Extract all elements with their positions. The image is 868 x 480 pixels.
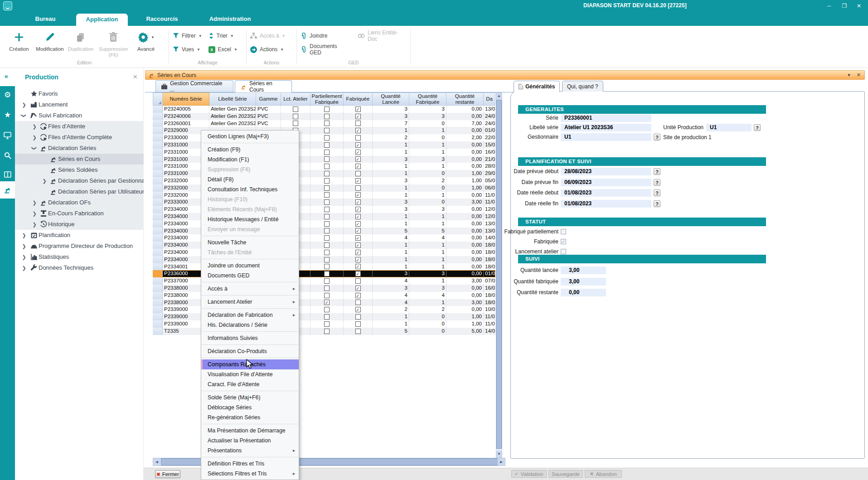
row-selector[interactable]: [153, 256, 163, 263]
chevron-right-icon[interactable]: ❯: [21, 99, 27, 110]
unchecked-checkbox-icon[interactable]: [324, 199, 330, 205]
help-button[interactable]: ?: [754, 124, 761, 131]
context-menu-item[interactable]: His. Déclarations / Série: [201, 320, 299, 330]
unchecked-checkbox-icon[interactable]: [324, 286, 330, 291]
actions-button[interactable]: ➜ Actions ▼: [250, 45, 286, 54]
trier-button[interactable]: Trier ▼: [209, 31, 238, 40]
context-menu-item[interactable]: Informations Suivies: [201, 333, 299, 343]
context-menu-item[interactable]: Accès à▸: [201, 284, 299, 294]
collapse-sidebar-button[interactable]: «: [5, 73, 7, 80]
help-button[interactable]: ?: [654, 179, 660, 186]
unchecked-checkbox-icon[interactable]: [324, 156, 330, 162]
unchecked-checkbox-icon[interactable]: [355, 185, 361, 191]
scroll-right-icon[interactable]: ►: [498, 458, 505, 465]
sauvegarde-button[interactable]: Sauvegarde: [548, 470, 583, 478]
fermer-button[interactable]: ✖ Fermer: [155, 470, 180, 478]
checked-checkbox-icon[interactable]: ✓: [324, 300, 330, 305]
chevron-right-icon[interactable]: ❯: [32, 208, 37, 219]
unchecked-checkbox-icon[interactable]: [324, 164, 330, 169]
unchecked-checkbox-icon[interactable]: [355, 329, 361, 334]
scroll-down-icon[interactable]: ▼: [496, 451, 502, 457]
checked-checkbox-icon[interactable]: ✓: [355, 107, 361, 112]
checked-checkbox-icon[interactable]: ✓: [355, 128, 361, 133]
unchecked-checkbox-icon[interactable]: [324, 207, 330, 212]
row-selector[interactable]: [153, 127, 163, 134]
checked-checkbox-icon[interactable]: ✓: [355, 156, 361, 162]
scroll-up-icon[interactable]: ▲: [496, 93, 502, 99]
vertical-scroll-thumb[interactable]: [496, 100, 502, 449]
tree-item[interactable]: ❯Déclaration Séries: [15, 143, 144, 154]
chevron-right-icon[interactable]: ❯: [21, 241, 27, 252]
chevron-right-icon[interactable]: ❯: [32, 197, 37, 208]
checked-checkbox-icon[interactable]: ✓: [355, 207, 361, 212]
creation-button[interactable]: Création: [4, 28, 34, 52]
checked-checkbox-icon[interactable]: ✓: [355, 228, 361, 233]
context-menu-item[interactable]: Lancement Atelier▸: [201, 297, 299, 307]
planif-date-field[interactable]: 06/09/2023: [561, 179, 651, 186]
context-menu-item[interactable]: Solde Série (Maj+F6): [201, 393, 299, 402]
tree-item[interactable]: ❯Programme Directeur de Production: [15, 241, 144, 252]
tree-item[interactable]: ❯Lancement: [15, 99, 144, 110]
mdi-close-icon[interactable]: ✕: [857, 72, 861, 78]
tree-item[interactable]: ❯Données Techniques: [15, 262, 144, 273]
unchecked-checkbox-icon[interactable]: [561, 229, 566, 234]
row-selector[interactable]: [153, 313, 163, 320]
column-header[interactable]: Libellé Série: [209, 92, 256, 106]
suppression-button[interactable]: Suppression (F6): [96, 28, 131, 58]
unchecked-checkbox-icon[interactable]: [324, 214, 330, 219]
avance-button[interactable]: ▼ Avancé: [131, 28, 161, 52]
row-selector[interactable]: [153, 106, 163, 113]
help-button[interactable]: ?: [654, 200, 660, 207]
tree-item[interactable]: Déclaration Séries par Utilisateur: [15, 186, 144, 197]
unchecked-checkbox-icon[interactable]: [324, 107, 330, 112]
suivi-qty-field[interactable]: 3,00: [561, 267, 606, 274]
sidebar-close-icon[interactable]: ✕: [133, 73, 138, 80]
unchecked-checkbox-icon[interactable]: [355, 321, 361, 327]
unchecked-checkbox-icon[interactable]: [324, 150, 330, 155]
tab-series-en-cours[interactable]: Séries en Cours: [235, 80, 292, 92]
row-selector[interactable]: [153, 320, 163, 328]
row-selector[interactable]: [153, 120, 163, 127]
chevron-right-icon[interactable]: ❯: [42, 175, 47, 186]
libelle-serie-field[interactable]: Atelier U1 2023S36: [561, 124, 651, 131]
favorites-star-icon[interactable]: ★: [0, 107, 15, 122]
context-menu-item[interactable]: Eléments Récents (Maj+F8): [201, 204, 299, 214]
row-selector[interactable]: [153, 199, 163, 206]
context-menu-item[interactable]: Déblocage Séries: [201, 402, 299, 412]
context-menu-item[interactable]: Nouvelle Tâche: [201, 238, 299, 247]
column-header[interactable]: Fabriquée: [344, 92, 373, 106]
checked-checkbox-icon[interactable]: ✓: [561, 239, 566, 244]
unchecked-checkbox-icon[interactable]: [355, 300, 361, 305]
checked-checkbox-icon[interactable]: ✓: [355, 164, 361, 169]
context-menu-item[interactable]: Historique (F10): [201, 194, 299, 204]
context-menu-item[interactable]: Historique Messages / Entité: [201, 214, 299, 224]
unchecked-checkbox-icon[interactable]: [324, 264, 330, 269]
menu-administration[interactable]: Administration: [204, 12, 256, 26]
menu-bureau[interactable]: Bureau: [25, 12, 66, 26]
joindre-button[interactable]: Joindre: [301, 31, 349, 40]
context-menu-item[interactable]: Modification (F1): [201, 155, 299, 165]
unchecked-checkbox-icon[interactable]: [293, 114, 298, 119]
vues-button[interactable]: Vues ▼: [173, 45, 202, 54]
unchecked-checkbox-icon[interactable]: [355, 171, 361, 176]
unchecked-checkbox-icon[interactable]: [324, 329, 330, 334]
column-header[interactable]: Da: [484, 92, 495, 106]
row-selector[interactable]: [153, 156, 163, 163]
unchecked-checkbox-icon[interactable]: [324, 250, 330, 255]
column-header[interactable]: Lct. Atelier: [281, 92, 310, 106]
checked-checkbox-icon[interactable]: ✓: [355, 293, 361, 298]
unchecked-checkbox-icon[interactable]: [324, 185, 330, 191]
table-row[interactable]: P23240005Atelier Gen 2023S24PVC✓330,0013…: [153, 106, 495, 113]
validation-button[interactable]: ✔ Validation: [511, 470, 547, 478]
unchecked-checkbox-icon[interactable]: [324, 128, 330, 133]
column-header[interactable]: Quantité restante: [446, 92, 484, 106]
tree-item[interactable]: ❯Historique: [15, 219, 144, 230]
documents-ged-button[interactable]: Documents GED: [301, 45, 349, 54]
suivi-qty-field[interactable]: 0,00: [561, 289, 606, 296]
row-selector[interactable]: [153, 228, 163, 235]
unchecked-checkbox-icon[interactable]: [324, 171, 330, 176]
help-button[interactable]: ?: [654, 189, 660, 196]
menu-raccourcis[interactable]: Raccourcis: [141, 12, 184, 26]
context-menu-item[interactable]: Envoyer un message: [201, 224, 299, 234]
row-selector[interactable]: [153, 285, 163, 292]
